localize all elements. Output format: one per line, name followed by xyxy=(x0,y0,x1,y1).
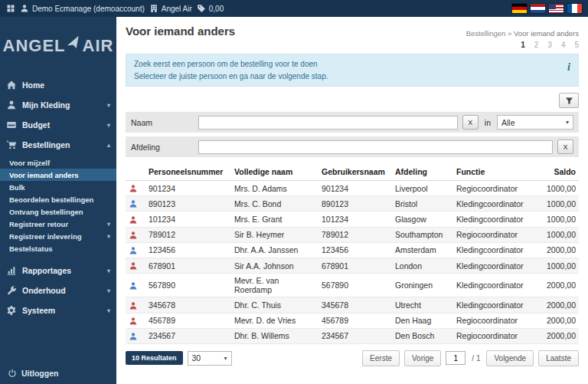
next-page-button[interactable]: Volgende xyxy=(486,350,534,366)
step-5[interactable]: 5 xyxy=(574,41,579,49)
person-icon-cell xyxy=(126,181,145,196)
table-row[interactable]: 123456Dhr. A.A. Janssen123456AmsterdamKl… xyxy=(126,242,579,258)
cell-functie: Kledingcoordinator xyxy=(453,196,539,212)
chevron-down-icon: ▾ xyxy=(104,221,110,228)
sidebar-item-home[interactable]: Home xyxy=(0,75,116,95)
cell-personeelsnummer: 890123 xyxy=(145,196,231,212)
sidebar-item-rapportages[interactable]: Rapportages▾ xyxy=(0,261,116,281)
flag-netherlands[interactable] xyxy=(531,4,545,13)
cell-volledige_naam: Sir A.A. Johnson xyxy=(231,258,318,274)
cell-afdeling: Southampton xyxy=(392,227,453,242)
cell-gebruikersnaam: 345678 xyxy=(318,297,392,313)
step-4[interactable]: 4 xyxy=(561,41,566,49)
cell-gebruikersnaam: 901234 xyxy=(318,181,392,196)
column-header-functie[interactable]: Functie xyxy=(453,163,539,181)
sidebar-item-systeem[interactable]: Systeem▾ xyxy=(0,300,116,320)
cell-gebruikersnaam: 789012 xyxy=(318,227,392,242)
cell-functie: Regiocoordinator xyxy=(453,328,539,343)
flag-germany[interactable] xyxy=(512,4,527,13)
app-button[interactable] xyxy=(6,4,15,13)
sidebar-item-onderhoud[interactable]: Onderhoud▾ xyxy=(0,281,116,300)
cell-gebruikersnaam: 678901 xyxy=(318,258,392,274)
cell-functie: Regiocoordinator xyxy=(453,181,539,196)
table-row[interactable]: 789012Sir B. Heymer789012SouthamptonRegi… xyxy=(126,227,579,242)
sidebar-item-bestellingen[interactable]: Bestellingen▴ xyxy=(0,135,116,155)
page-input[interactable] xyxy=(446,351,466,365)
sidebar-subitem-registreer-retour[interactable]: Registreer retour▾ xyxy=(0,218,116,230)
column-header-afdeling[interactable]: Afdeling xyxy=(392,163,453,181)
breadcrumb-current: Voor iemand anders xyxy=(514,29,579,38)
sidebar-subitem-registreer-inlevering[interactable]: Registreer inlevering▾ xyxy=(0,230,116,242)
clear-afdeling-button[interactable]: X xyxy=(557,139,573,154)
in-select-value: Alle xyxy=(501,118,515,127)
balance-info[interactable]: 0,00 xyxy=(197,4,224,13)
company-info[interactable]: Angel Air xyxy=(149,4,192,13)
filter-button[interactable] xyxy=(559,93,579,108)
cell-personeelsnummer: 567890 xyxy=(145,274,231,297)
person-icon-cell xyxy=(126,212,145,227)
in-select[interactable]: Alle ▾ xyxy=(497,115,573,130)
table-row[interactable]: 890123Mrs. C. Bond890123BristolKledingco… xyxy=(126,196,579,212)
clear-naam-button[interactable]: X xyxy=(462,115,479,130)
afdeling-input[interactable] xyxy=(198,140,553,154)
page-count: / 1 xyxy=(470,354,482,363)
chevron-down-icon: ▾ xyxy=(104,102,110,109)
sidebar-item-label: Mijn Kleding xyxy=(22,100,70,110)
table-row[interactable]: 567890Mevr. E. van Roerdamp567890Groning… xyxy=(126,274,579,297)
cell-volledige_naam: Mrs. D. Adams xyxy=(231,181,318,196)
table-row[interactable]: 345678Dhr. C. Thuis345678UtrechtKledingc… xyxy=(126,297,579,313)
person-icon-cell xyxy=(126,227,145,242)
step-3[interactable]: 3 xyxy=(547,41,552,49)
sidebar-item-mijn-kleding[interactable]: Mijn Kleding▾ xyxy=(0,95,116,115)
breadcrumb-separator: » xyxy=(508,29,511,38)
logo-text-left: ANGEL xyxy=(3,36,66,56)
cell-personeelsnummer: 123456 xyxy=(145,242,231,258)
cell-afdeling: Liverpool xyxy=(392,181,453,196)
chevron-down-icon: ▾ xyxy=(104,287,110,294)
sidebar-subitem-bestelstatus[interactable]: Bestelstatus xyxy=(0,242,116,254)
naam-label: Naam xyxy=(131,118,194,127)
logout-button[interactable]: Uitloggen xyxy=(0,363,116,384)
chevron-up-icon: ▴ xyxy=(104,142,110,149)
breadcrumb-parent[interactable]: Bestellingen xyxy=(466,29,506,38)
info-icon[interactable]: i xyxy=(567,59,570,76)
logout-label: Uitloggen xyxy=(21,369,58,378)
sidebar-item-label: Onderhoud xyxy=(22,286,66,295)
sidebar-subitem-bulk[interactable]: Bulk xyxy=(0,181,116,193)
page-size-select[interactable]: 30 ▾ xyxy=(188,351,232,366)
column-header-volledige-naam[interactable]: Volledige naam xyxy=(231,163,318,181)
sidebar-subitem-beoordelen-bestellingen[interactable]: Beoordelen bestellingen xyxy=(0,193,116,205)
sidebar-item-budget[interactable]: Budget▾ xyxy=(0,115,116,135)
column-header-gebruikersnaam[interactable]: Gebruikersnaam xyxy=(318,163,392,181)
cell-saldo: 2000,00 xyxy=(539,313,579,328)
table-row[interactable]: 678901Sir A.A. Johnson678901LondonKledin… xyxy=(126,258,579,274)
flag-usa[interactable] xyxy=(549,4,564,13)
table-row[interactable]: 101234Mrs. E. Grant101234GlasgowKledingc… xyxy=(126,212,579,227)
person-icon-cell xyxy=(126,258,145,274)
language-flags xyxy=(508,4,582,13)
prev-page-button[interactable]: Vorige xyxy=(404,350,441,366)
cell-saldo: 2000,00 xyxy=(539,328,579,343)
step-2[interactable]: 2 xyxy=(534,41,539,49)
cell-saldo: 2000,00 xyxy=(539,297,579,313)
column-header-personeelsnummer[interactable]: Personeelsnummer xyxy=(145,163,231,181)
table-row[interactable]: 234567Dhr. B. Willems234567Den BoschRegi… xyxy=(126,328,579,343)
table-row[interactable]: 901234Mrs. D. Adams901234LiverpoolRegioc… xyxy=(126,181,579,196)
sidebar-subitem-voor-iemand-anders[interactable]: Voor iemand anders xyxy=(0,169,116,181)
table-row[interactable]: 456789Mevr. D. de Vries456789Den HaagReg… xyxy=(126,313,579,328)
gear-icon xyxy=(6,305,17,316)
sidebar-subitem-voor-mijzelf[interactable]: Voor mijzelf xyxy=(0,156,116,169)
sidebar-item-label: Budget xyxy=(22,120,50,130)
sidebar-subitem-ontvang-bestellingen[interactable]: Ontvang bestellingen xyxy=(0,205,116,218)
chevron-down-icon: ▾ xyxy=(104,267,110,274)
account-info[interactable]: Demo Ecmanage (demoaccount) xyxy=(20,4,145,13)
person-icon-cell xyxy=(126,196,145,212)
flag-france[interactable] xyxy=(567,4,582,13)
cell-functie: Kledingcoordinator xyxy=(453,258,539,274)
person-icon xyxy=(129,261,138,271)
last-page-button[interactable]: Laatste xyxy=(538,350,579,366)
naam-input[interactable] xyxy=(198,116,458,130)
column-header-saldo[interactable]: Saldo xyxy=(539,163,579,181)
step-1[interactable]: 1 xyxy=(521,41,525,49)
first-page-button[interactable]: Eerste xyxy=(362,350,400,366)
